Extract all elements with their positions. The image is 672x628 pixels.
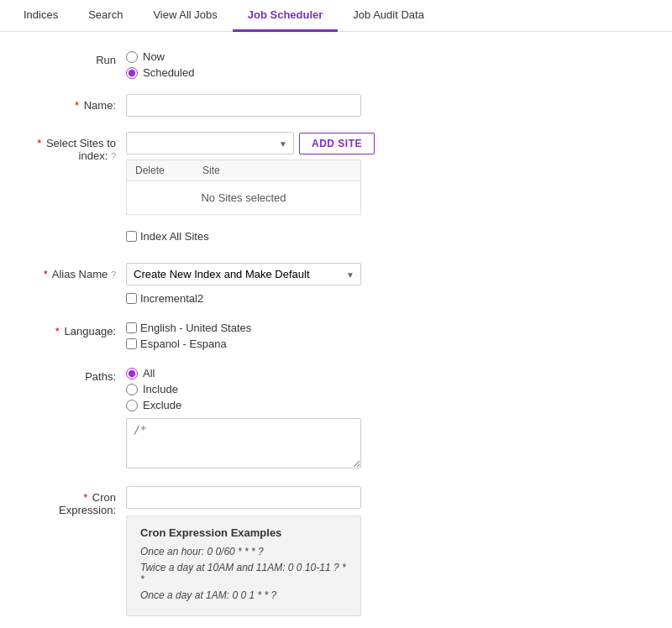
paths-exclude-option[interactable]: Exclude xyxy=(126,399,638,411)
cron-info-box: Cron Expression Examples Once an hour: 0… xyxy=(126,515,361,616)
language-row: * Language: English - United States Espa… xyxy=(34,320,638,350)
paths-all-radio[interactable] xyxy=(126,368,138,379)
cron-input[interactable] xyxy=(126,486,361,509)
tab-view-all-jobs[interactable]: View All Jobs xyxy=(138,0,232,32)
sites-required-star: * xyxy=(37,137,41,149)
cron-example-2: Twice a day at 10AM and 11AM: 0 0 10-11 … xyxy=(140,562,347,585)
col-delete-header: Delete xyxy=(135,165,202,176)
alias-select[interactable]: Create New Index and Make Default xyxy=(126,263,361,285)
tab-indices[interactable]: Indices xyxy=(8,0,73,32)
run-scheduled-radio[interactable] xyxy=(126,67,138,79)
name-row: * Name: xyxy=(34,94,638,117)
paths-row: Paths: All Include Exclude xyxy=(34,365,638,471)
alias-help-icon[interactable]: ? xyxy=(111,270,116,280)
select-sites-label: * Select Sites to index: ? xyxy=(34,132,126,162)
cron-info-title: Cron Expression Examples xyxy=(140,526,347,539)
sites-table: Delete Site No Sites selected xyxy=(126,160,361,215)
add-site-button[interactable]: ADD SITE xyxy=(299,133,375,154)
run-row: Run Now Scheduled xyxy=(34,49,638,79)
cron-example-1: Once an hour: 0 0/60 * * * ? xyxy=(140,546,347,557)
lang-english-label: English - United States xyxy=(140,322,251,334)
sites-help-icon[interactable]: ? xyxy=(111,151,116,161)
run-now-label: Now xyxy=(143,50,165,63)
lang-espanol-label: Espanol - Espana xyxy=(140,338,227,350)
alias-content: Create New Index and Make Default ▼ Incr… xyxy=(126,263,638,305)
lang-english-option[interactable]: English - United States xyxy=(126,322,638,334)
index-all-spacer xyxy=(34,230,126,235)
paths-include-option[interactable]: Include xyxy=(126,383,638,395)
cron-row: * Cron Expression: Cron Expression Examp… xyxy=(34,486,638,616)
run-scheduled-option[interactable]: Scheduled xyxy=(126,66,638,79)
form-area: Run Now Scheduled * Name: * Select Sites… xyxy=(0,32,672,628)
tab-job-audit-data[interactable]: Job Audit Data xyxy=(338,0,439,32)
sites-table-header: Delete Site xyxy=(127,160,360,181)
cron-content: Cron Expression Examples Once an hour: 0… xyxy=(126,486,638,616)
cron-example-3: Once a day at 1AM: 0 0 1 * * ? xyxy=(140,589,347,601)
run-scheduled-label: Scheduled xyxy=(143,66,194,79)
run-label: Run xyxy=(34,49,126,66)
run-now-radio[interactable] xyxy=(126,51,138,63)
sites-input-row: ▼ ADD SITE xyxy=(126,132,638,154)
cron-required-star: * xyxy=(83,491,87,504)
run-options: Now Scheduled xyxy=(126,49,638,79)
paths-content: All Include Exclude xyxy=(126,365,638,471)
incremental-label[interactable]: Incremental2 xyxy=(126,292,638,305)
incremental-text: Incremental2 xyxy=(140,292,203,305)
name-content xyxy=(126,94,638,117)
lang-espanol-option[interactable]: Espanol - Espana xyxy=(126,338,638,350)
select-sites-row: * Select Sites to index: ? ▼ ADD SITE De… xyxy=(34,132,638,215)
sites-select[interactable] xyxy=(126,132,294,154)
alias-select-wrapper: Create New Index and Make Default ▼ xyxy=(126,263,361,285)
alias-required-star: * xyxy=(44,268,48,280)
index-all-text: Index All Sites xyxy=(140,230,209,243)
tab-search[interactable]: Search xyxy=(73,0,138,32)
paths-label: Paths: xyxy=(34,365,126,383)
index-all-checkbox[interactable] xyxy=(126,231,137,242)
incremental-checkbox[interactable] xyxy=(126,293,137,304)
tab-job-scheduler[interactable]: Job Scheduler xyxy=(233,0,339,32)
paths-exclude-label: Exclude xyxy=(143,399,181,411)
lang-english-checkbox[interactable] xyxy=(126,322,137,333)
language-options: English - United States Espanol - Espana xyxy=(126,320,638,350)
name-required-star: * xyxy=(75,99,79,112)
alias-name-label: * Alias Name ? xyxy=(34,263,126,280)
paths-include-label: Include xyxy=(143,383,178,395)
sites-select-wrapper: ▼ xyxy=(126,132,294,154)
alias-name-row: * Alias Name ? Create New Index and Make… xyxy=(34,263,638,305)
tabs-bar: Indices Search View All Jobs Job Schedul… xyxy=(0,0,672,32)
paths-all-option[interactable]: All xyxy=(126,367,638,379)
sites-empty-message: No Sites selected xyxy=(127,181,360,214)
name-input[interactable] xyxy=(126,94,361,117)
language-label: * Language: xyxy=(34,320,126,338)
lang-required-star: * xyxy=(55,325,60,338)
paths-textarea[interactable] xyxy=(126,418,361,468)
sites-content: ▼ ADD SITE Delete Site No Sites selected xyxy=(126,132,638,215)
paths-options: All Include Exclude xyxy=(126,365,638,411)
col-site-header: Site xyxy=(202,165,352,176)
index-all-sites-row: Index All Sites xyxy=(34,230,638,254)
index-all-content: Index All Sites xyxy=(126,230,638,254)
paths-exclude-radio[interactable] xyxy=(126,400,138,411)
index-all-label[interactable]: Index All Sites xyxy=(126,230,638,243)
cron-label: * Cron Expression: xyxy=(34,486,126,516)
name-label: * Name: xyxy=(34,94,126,112)
paths-include-radio[interactable] xyxy=(126,384,138,395)
paths-all-label: All xyxy=(143,367,155,379)
lang-espanol-checkbox[interactable] xyxy=(126,338,137,349)
run-now-option[interactable]: Now xyxy=(126,50,638,63)
